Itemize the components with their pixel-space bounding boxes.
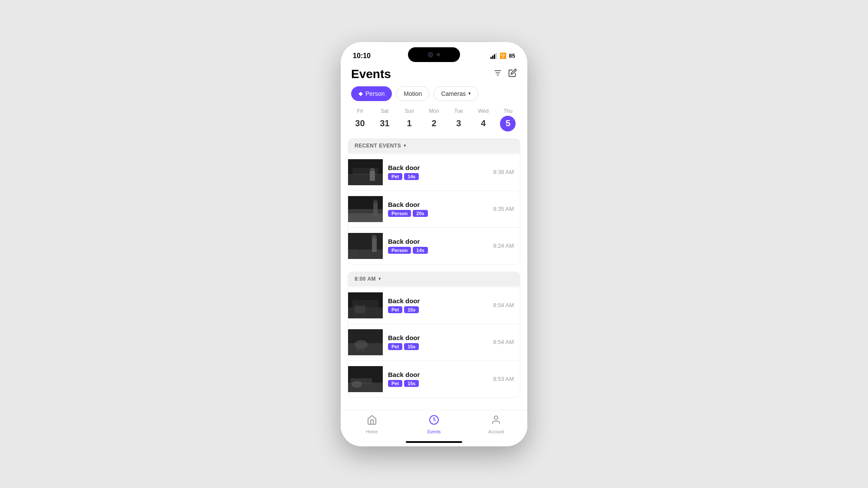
home-icon xyxy=(367,415,377,428)
svg-point-13 xyxy=(373,200,378,204)
cal-day-name-mon: Mon xyxy=(429,108,439,114)
cal-day-num-thu: 5 xyxy=(500,116,516,131)
signal-icon xyxy=(490,53,497,59)
event-info: Back door Pet 15s xyxy=(388,371,493,387)
section-chevron-8am: ▾ xyxy=(378,276,381,281)
event-time: 8:53 AM xyxy=(493,376,514,382)
nav-item-events[interactable]: Events xyxy=(403,415,465,434)
status-icons: 🛜 85 xyxy=(490,52,515,59)
event-tags: Pet 15s xyxy=(388,343,493,350)
cal-day-mon[interactable]: Mon 2 xyxy=(424,108,444,131)
filter-tabs: ◆ Person Motion Cameras ▾ xyxy=(341,86,527,108)
events-list[interactable]: RECENT EVENTS ▾ Back door xyxy=(341,138,527,408)
event-camera-name: Back door xyxy=(388,164,493,171)
event-camera-name: Back door xyxy=(388,371,493,378)
event-thumbnail xyxy=(348,292,383,318)
cal-day-num-mon: 2 xyxy=(426,116,442,131)
event-thumbnail xyxy=(348,329,383,355)
svg-rect-22 xyxy=(355,305,365,313)
svg-rect-18 xyxy=(350,249,359,259)
wifi-icon: 🛜 xyxy=(500,52,506,59)
status-time: 10:10 xyxy=(353,52,371,60)
nav-label-home: Home xyxy=(366,429,378,434)
event-thumbnail xyxy=(348,196,383,222)
event-thumbnail xyxy=(348,233,383,259)
cal-day-fri[interactable]: Fri 30 xyxy=(350,108,370,131)
header-actions xyxy=(493,69,517,79)
cal-day-name-tue: Tue xyxy=(454,108,463,114)
event-info: Back door Pet 15s xyxy=(388,297,493,313)
svg-rect-12 xyxy=(373,203,378,216)
cal-day-thu[interactable]: Thu 5 xyxy=(498,108,518,131)
cameras-tab-label: Cameras xyxy=(441,90,466,97)
motion-tab-label: Motion xyxy=(404,90,422,97)
filter-tab-person[interactable]: ◆ Person xyxy=(351,86,392,101)
svg-point-31 xyxy=(352,381,362,388)
cal-day-sat[interactable]: Sat 31 xyxy=(375,108,395,131)
section-title-8am: 8:00 AM xyxy=(355,276,376,282)
event-tag-pet: Pet xyxy=(388,306,402,313)
event-tag-pet: Pet xyxy=(388,173,402,180)
event-tags: Person 14s xyxy=(388,247,493,254)
cal-day-num-fri: 30 xyxy=(352,116,368,131)
nav-label-account: Account xyxy=(488,429,504,434)
cal-day-wed[interactable]: Wed 4 xyxy=(473,108,493,131)
svg-rect-26 xyxy=(356,346,359,352)
cameras-chevron-icon: ▾ xyxy=(468,91,471,96)
event-tag-duration: 14s xyxy=(404,173,419,180)
svg-point-8 xyxy=(370,168,375,173)
event-info: Back door Person 20s xyxy=(388,201,493,217)
event-info: Back door Person 14s xyxy=(388,238,493,254)
event-camera-name: Back door xyxy=(388,297,493,305)
section-chevron-recent: ▾ xyxy=(404,143,406,148)
event-row[interactable]: Back door Person 14s 9:24 AM xyxy=(348,228,520,264)
cal-day-num-tue: 3 xyxy=(451,116,467,131)
edit-icon[interactable] xyxy=(508,69,517,79)
phone-frame: 10:10 🛜 85 Events xyxy=(341,42,527,446)
person-tab-icon: ◆ xyxy=(358,90,363,97)
events-icon xyxy=(429,415,439,428)
event-thumbnail xyxy=(348,159,383,185)
calendar-week: Fri 30 Sat 31 Sun 1 Mon 2 Tue 3 Wed 4 Th… xyxy=(341,108,527,138)
nav-item-home[interactable]: Home xyxy=(341,415,403,434)
event-tag-duration: 15s xyxy=(404,380,419,387)
svg-point-17 xyxy=(372,235,377,240)
person-tab-label: Person xyxy=(365,90,385,97)
home-indicator xyxy=(406,441,462,443)
cal-day-sun[interactable]: Sun 1 xyxy=(399,108,419,131)
page-header: Events xyxy=(341,64,527,86)
event-tags: Pet 14s xyxy=(388,173,493,180)
filter-icon[interactable] xyxy=(493,69,502,79)
event-time: 9:38 AM xyxy=(493,169,514,175)
cal-day-name-thu: Thu xyxy=(503,108,513,114)
page-title: Events xyxy=(351,67,391,81)
event-row[interactable]: Back door Pet 14s 9:38 AM xyxy=(348,154,520,191)
section-header-8am[interactable]: 8:00 AM ▾ xyxy=(348,272,520,286)
event-tag-duration: 15s xyxy=(404,343,419,350)
event-row[interactable]: Back door Pet 15s 8:54 AM xyxy=(348,324,520,361)
nav-label-events: Events xyxy=(427,429,441,434)
event-row[interactable]: Back door Person 20s 9:35 AM xyxy=(348,191,520,228)
events-card-8am: Back door Pet 15s 8:54 AM xyxy=(348,287,520,398)
cal-day-name-sun: Sun xyxy=(404,108,414,114)
face-id-dot xyxy=(437,53,440,56)
event-time: 9:24 AM xyxy=(493,242,514,249)
filter-tab-cameras[interactable]: Cameras ▾ xyxy=(434,86,478,101)
cal-day-num-sun: 1 xyxy=(401,116,417,131)
cal-day-num-wed: 4 xyxy=(476,116,491,131)
section-header-recent[interactable]: RECENT EVENTS ▾ xyxy=(348,138,520,153)
cal-day-name-fri: Fri xyxy=(357,108,363,114)
event-tags: Pet 15s xyxy=(388,380,493,387)
svg-rect-16 xyxy=(372,238,377,252)
event-time: 8:54 AM xyxy=(493,339,514,345)
filter-tab-motion[interactable]: Motion xyxy=(396,86,429,101)
section-title-recent: RECENT EVENTS xyxy=(355,143,401,149)
cal-day-name-sat: Sat xyxy=(381,108,388,114)
cal-day-tue[interactable]: Tue 3 xyxy=(449,108,469,131)
events-card-recent: Back door Pet 14s 9:38 AM xyxy=(348,154,520,265)
event-camera-name: Back door xyxy=(388,201,493,208)
event-row[interactable]: Back door Pet 15s 8:54 AM xyxy=(348,287,520,324)
event-row[interactable]: Back door Pet 15s 8:53 AM xyxy=(348,361,520,397)
dynamic-island xyxy=(408,47,460,62)
nav-item-account[interactable]: Account xyxy=(465,415,527,434)
